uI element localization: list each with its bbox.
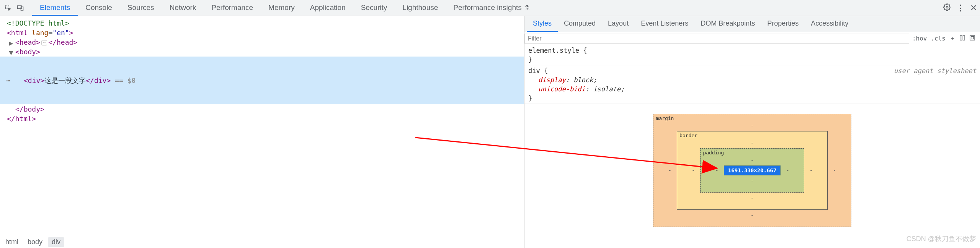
filter-row: :hov .cls ＋ xyxy=(524,32,980,45)
tab-lighthouse[interactable]: Lighthouse xyxy=(395,0,446,16)
margin-top-val: - xyxy=(751,123,754,129)
rule-div-ua[interactable]: user agent stylesheet div { display: blo… xyxy=(524,65,980,104)
tab-security[interactable]: Security xyxy=(353,0,395,16)
body-close-line[interactable]: </body> xyxy=(7,104,520,114)
crumb-div[interactable]: div xyxy=(48,237,64,247)
new-rule-icon[interactable]: ＋ xyxy=(949,34,956,42)
margin-bottom-val: - xyxy=(751,212,754,218)
dom-panel: <!DOCTYPE html> <html lang="en"> ▶<head>… xyxy=(0,16,524,248)
row-actions-icon[interactable]: ⋯ xyxy=(5,76,12,85)
tab-network[interactable]: Network xyxy=(162,0,204,16)
stab-accessibility[interactable]: Accessibility xyxy=(805,16,854,32)
margin-label: margin xyxy=(656,115,674,121)
tab-console[interactable]: Console xyxy=(78,0,120,16)
border-left-val: - xyxy=(692,167,695,173)
filter-input[interactable] xyxy=(524,34,909,44)
beaker-icon: ⚗ xyxy=(524,4,529,11)
stab-event-listeners[interactable]: Event Listeners xyxy=(635,16,694,32)
border-top-val: - xyxy=(751,140,754,146)
padding-left-val: - xyxy=(715,167,718,173)
border-label: border xyxy=(679,133,697,138)
margin-left-val: - xyxy=(668,167,671,173)
head-line[interactable]: ▶<head>⋯</head> xyxy=(7,37,520,47)
breadcrumbs: html body div xyxy=(0,236,524,248)
tab-sources[interactable]: Sources xyxy=(120,0,162,16)
styles-tabs: Styles Computed Layout Event Listeners D… xyxy=(524,16,980,32)
device-toolbar-icon[interactable] xyxy=(15,3,25,13)
stab-computed[interactable]: Computed xyxy=(558,16,602,32)
box-model[interactable]: margin - - border - - xyxy=(653,114,851,227)
stab-properties[interactable]: Properties xyxy=(761,16,805,32)
html-close-line[interactable]: </html> xyxy=(7,114,520,123)
top-right-controls: ⋮ ✕ xyxy=(943,3,977,13)
ua-stylesheet-label: user agent stylesheet xyxy=(894,66,976,75)
html-open-line[interactable]: <html lang="en"> xyxy=(7,28,520,37)
padding-label: padding xyxy=(703,150,724,156)
doctype-line[interactable]: <!DOCTYPE html> xyxy=(7,19,69,27)
rule-element-style[interactable]: element.style { } xyxy=(524,45,980,65)
tab-memory[interactable]: Memory xyxy=(261,0,302,16)
svg-rect-4 xyxy=(960,36,962,40)
content-size[interactable]: 1691.330×20.667 xyxy=(724,165,781,175)
box-model-wrap: margin - - border - - xyxy=(524,104,980,227)
selected-ref: == $0 xyxy=(111,76,136,84)
close-icon[interactable]: ✕ xyxy=(970,3,977,13)
body-open-line[interactable]: ▼<body> xyxy=(7,47,520,57)
crumb-html[interactable]: html xyxy=(2,237,22,247)
style-rules: element.style { } user agent stylesheet … xyxy=(524,45,980,104)
selected-div-line[interactable]: ⋯<div>这是一段文字</div> == $0 xyxy=(0,57,524,104)
stab-dom-breakpoints[interactable]: DOM Breakpoints xyxy=(694,16,761,32)
cls-toggle[interactable]: .cls xyxy=(931,35,946,42)
panel-tabs: Elements Console Sources Network Perform… xyxy=(32,0,537,16)
rendering-panel-icon[interactable] xyxy=(969,35,975,42)
padding-top-val: - xyxy=(751,157,754,163)
padding-bottom-val: - xyxy=(751,178,754,184)
tab-elements[interactable]: Elements xyxy=(32,0,78,16)
stab-layout[interactable]: Layout xyxy=(602,16,635,32)
tab-application[interactable]: Application xyxy=(302,0,353,16)
kebab-menu-icon[interactable]: ⋮ xyxy=(956,3,965,13)
svg-rect-5 xyxy=(963,36,965,40)
border-bottom-val: - xyxy=(751,195,754,201)
border-right-val: - xyxy=(810,167,813,173)
styles-panel: Styles Computed Layout Event Listeners D… xyxy=(524,16,980,248)
crumb-body[interactable]: body xyxy=(24,237,46,247)
tab-performance-insights[interactable]: Performance insights ⚗ xyxy=(446,0,537,16)
inspect-element-icon[interactable] xyxy=(3,3,13,13)
gear-icon[interactable] xyxy=(943,3,951,12)
tab-performance[interactable]: Performance xyxy=(204,0,261,16)
twisty-icon[interactable]: ▼ xyxy=(8,48,14,57)
svg-rect-7 xyxy=(971,36,974,39)
devtools-top-bar: Elements Console Sources Network Perform… xyxy=(0,0,980,16)
computed-sidebar-icon[interactable] xyxy=(959,35,965,42)
twisty-icon[interactable]: ▶ xyxy=(8,38,14,48)
hov-toggle[interactable]: :hov xyxy=(912,35,927,42)
svg-rect-6 xyxy=(970,36,975,40)
ellipsis-icon[interactable]: ⋯ xyxy=(41,40,47,45)
svg-point-3 xyxy=(946,6,948,8)
tab-perf-insights-label: Performance insights xyxy=(453,3,521,12)
stab-styles[interactable]: Styles xyxy=(527,16,558,32)
padding-right-val: - xyxy=(786,167,789,173)
main-split: <!DOCTYPE html> <html lang="en"> ▶<head>… xyxy=(0,16,980,248)
margin-right-val: - xyxy=(833,167,836,173)
dom-tree[interactable]: <!DOCTYPE html> <html lang="en"> ▶<head>… xyxy=(0,16,524,236)
